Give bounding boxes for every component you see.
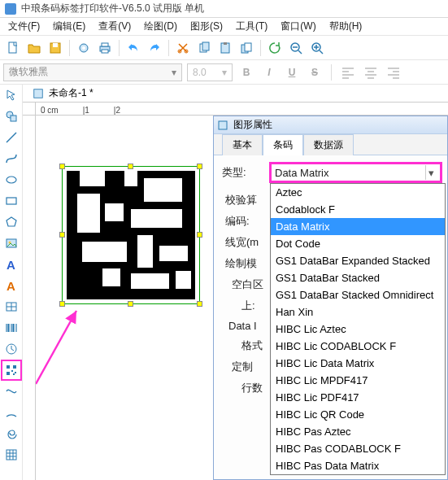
dropdown-option[interactable]: Codablock F — [271, 201, 445, 218]
dropdown-option[interactable]: HIBC Pas CODABLOCK F — [271, 440, 445, 457]
document-tab[interactable]: 未命名-1 * — [26, 85, 100, 102]
ruler-mark: |1 — [83, 106, 89, 115]
title-bar: 中琅条码标签打印软件-V6.5.0 试用版 单机 — [0, 0, 448, 18]
menu-shape[interactable]: 图形(S) — [185, 18, 228, 35]
menu-bar: 文件(F) 编辑(E) 查看(V) 绘图(D) 图形(S) 工具(T) 窗口(W… — [0, 18, 448, 36]
dropdown-option[interactable]: GS1 DataBar Stacked — [271, 269, 445, 286]
font-size-select[interactable]: 8.0 ▾ — [187, 63, 233, 81]
undo-button[interactable] — [124, 38, 143, 58]
spiral-tool[interactable] — [2, 424, 21, 443]
svg-rect-21 — [7, 198, 16, 204]
label-top: 上: — [238, 299, 255, 313]
resize-handle[interactable] — [197, 232, 202, 238]
align-center-button[interactable] — [362, 63, 380, 81]
resize-handle[interactable] — [59, 232, 65, 238]
polygon-tool[interactable] — [2, 212, 21, 232]
new-doc-button[interactable] — [3, 38, 23, 58]
barcode-type-dropdown[interactable]: AztecCodablock FData MatrixDot CodeGS1 D… — [270, 183, 446, 475]
resize-handle[interactable] — [128, 164, 133, 169]
menu-view[interactable]: 查看(V) — [94, 18, 136, 35]
copy-button[interactable] — [194, 38, 214, 58]
zoom-in-button[interactable] — [307, 38, 327, 58]
zoom-out-button[interactable] — [286, 38, 306, 58]
menu-window[interactable]: 窗口(W) — [276, 18, 320, 35]
tab-datasource[interactable]: 数据源 — [303, 134, 354, 155]
panel-titlebar[interactable]: 图形属性 — [214, 116, 447, 134]
dropdown-option[interactable]: HIBC Lic Data Matrix — [271, 355, 445, 372]
label-encoding: 编码: — [222, 214, 266, 229]
grid-tool[interactable] — [2, 445, 21, 465]
menu-file[interactable]: 文件(F) — [3, 18, 45, 35]
paste-button[interactable] — [215, 38, 235, 58]
cut-button[interactable] — [173, 38, 193, 58]
open-button[interactable] — [24, 38, 44, 58]
dropdown-option[interactable]: Aztec — [271, 184, 445, 201]
dropdown-option[interactable]: HIBC Pas Aztec — [271, 423, 445, 440]
align-right-button[interactable] — [385, 63, 402, 81]
dropdown-option[interactable]: HIBC Lic CODABLOCK F — [271, 338, 445, 355]
label-linewidth: 线宽(m — [222, 235, 266, 250]
underline-button[interactable]: U — [283, 63, 301, 81]
text-tool[interactable]: A — [2, 255, 21, 274]
dropdown-option[interactable]: HIBC Lic MPDF417 — [271, 372, 445, 389]
svg-rect-26 — [7, 365, 10, 369]
bold-button[interactable]: B — [237, 63, 255, 81]
ellipse-tool[interactable] — [2, 170, 21, 190]
group-blank: 空白区 — [228, 277, 263, 292]
document-tab-label: 未命名-1 * — [49, 86, 94, 100]
menu-tools[interactable]: 工具(T) — [231, 18, 272, 35]
resize-handle[interactable] — [197, 164, 202, 169]
label-format: 格式 — [238, 338, 263, 353]
dropdown-option[interactable]: GS1 DataBar Stacked Omnidirect — [271, 286, 445, 303]
table-tool[interactable] — [2, 297, 21, 316]
menu-help[interactable]: 帮助(H) — [324, 18, 368, 35]
settings-button[interactable] — [74, 38, 94, 58]
richtext-tool[interactable]: A — [2, 276, 21, 295]
path-tool[interactable] — [2, 382, 21, 401]
arc-tool[interactable] — [2, 403, 21, 422]
dropdown-option[interactable]: HIBC Pas Data Matrix — [271, 457, 445, 474]
barcode-2d-tool[interactable] — [2, 360, 21, 380]
save-button[interactable] — [46, 38, 65, 58]
dropdown-option[interactable]: HIBC Lic Aztec — [271, 321, 445, 338]
dropdown-option[interactable]: GS1 DataBar Expanded Stacked — [271, 252, 445, 269]
group-data: Data I — [225, 320, 257, 332]
dropdown-option[interactable]: Data Matrix — [271, 218, 445, 235]
dropdown-option[interactable]: HIBC Lic PDF417 — [271, 389, 445, 406]
curve-tool[interactable] — [2, 149, 21, 168]
duplicate-button[interactable] — [237, 38, 256, 58]
vertical-ruler — [23, 116, 36, 480]
line-tool[interactable] — [2, 128, 21, 147]
selected-object[interactable] — [62, 166, 200, 304]
image-tool[interactable] — [2, 233, 21, 253]
tab-basic[interactable]: 基本 — [222, 134, 263, 155]
resize-handle[interactable] — [59, 164, 65, 169]
app-title: 中琅条码标签打印软件-V6.5.0 试用版 单机 — [21, 2, 204, 15]
barcode-type-select[interactable]: Data Matrix ▾ — [271, 164, 441, 181]
resize-handle[interactable] — [197, 301, 202, 307]
menu-edit[interactable]: 编辑(E) — [48, 18, 90, 35]
barcode-1d-tool[interactable] — [2, 318, 21, 338]
redo-button[interactable] — [145, 38, 164, 58]
strike-button[interactable]: S — [306, 63, 324, 81]
chevron-down-icon: ▾ — [222, 67, 227, 78]
refresh-button[interactable] — [265, 38, 285, 58]
barcode-type-value: Data Matrix — [275, 167, 328, 179]
rect-tool[interactable] — [2, 191, 21, 211]
menu-draw[interactable]: 绘图(D) — [139, 18, 182, 35]
dropdown-option[interactable]: HIBC Lic QR Code — [271, 406, 445, 423]
svg-rect-19 — [11, 116, 16, 121]
shape-tool[interactable] — [2, 107, 21, 126]
print-button[interactable] — [95, 38, 115, 58]
tab-barcode[interactable]: 条码 — [263, 134, 303, 155]
font-select[interactable]: 微软雅黑 ▾ — [3, 63, 182, 81]
select-tool[interactable] — [2, 85, 21, 105]
resize-handle[interactable] — [128, 301, 133, 307]
dropdown-option[interactable]: Dot Code — [271, 235, 445, 252]
italic-button[interactable]: I — [260, 63, 278, 81]
svg-rect-27 — [13, 365, 16, 369]
align-left-button[interactable] — [339, 63, 357, 81]
dropdown-option[interactable]: Han Xin — [271, 303, 445, 321]
horizontal-ruler: 0 cm |1 |2 — [36, 103, 448, 116]
clock-tool[interactable] — [2, 339, 21, 359]
